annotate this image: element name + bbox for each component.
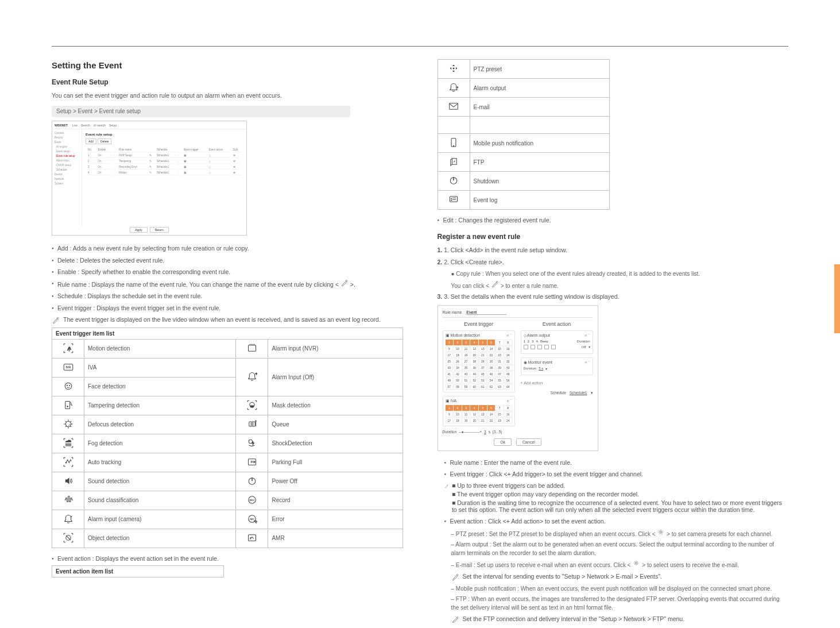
error-icon: REC [245,511,260,526]
event-log-icon [446,192,461,207]
svg-rect-22 [248,535,256,541]
add-action-button[interactable]: + Add action [521,379,593,387]
svg-rect-0 [248,345,256,351]
svg-point-3 [65,383,71,389]
step-2b: You can click < > to enter a rule name. [451,280,789,290]
bullet-schedule: Schedule : Displays the schedule set in … [52,291,403,300]
mask-detection-icon [245,398,260,413]
dialog-event-rule: Rule name Event trigger ▣ Motion detecti… [438,305,598,451]
alarm-input-nvr-icon [245,341,260,356]
email-icon [446,99,461,114]
ok-button[interactable]: Ok [494,438,512,446]
ea-ftp: – FTP : When an event occurs, the images… [451,595,789,612]
ea-ptz: – PTZ preset : Set the PTZ preset to be … [451,528,789,538]
object-detection-icon [61,530,76,545]
cancel-button[interactable]: Cancel [516,438,541,446]
parking-icon: P [245,454,260,469]
bullet-add: Add : Adds a new event rule by selecting… [52,244,403,253]
ptz-preset-icon [446,61,461,76]
record-icon: REC [245,492,260,507]
subsection-register: Register a new event rule [438,233,789,241]
shock-icon [245,436,260,450]
note-pencil-icon [444,482,448,490]
svg-point-7 [67,406,68,407]
ftp-icon [446,154,461,169]
svg-rect-28 [450,197,458,202]
iva-icon: IVA [61,360,76,375]
event-action-item-table: PTZ preset Alarm output E-mail Mobile pu… [438,59,610,210]
alarm-input-off-icon [245,369,260,384]
note-duration: ■ Duration is the waiting time to recogn… [452,499,788,513]
sound-classification-icon [61,492,76,507]
gear-icon [657,528,665,536]
step-3: 3. 3. Set the details when the event rul… [438,292,789,302]
pencil-icon [340,279,349,287]
svg-text:REC: REC [250,518,254,520]
svg-point-13 [65,462,67,463]
face-detection-icon [61,379,76,394]
pencil-icon [491,280,499,288]
bullet-event-action: Event action : Displays the event action… [52,554,403,563]
defocus-icon [61,417,76,431]
fog-icon [61,436,76,450]
breadcrumb: Setup > Event > Event rule setup [52,106,350,117]
note-email-interval: Set the interval for sending events to "… [463,573,662,580]
step-2a: ● Copy rule : When you select one of the… [451,269,789,278]
note-vary: ■ The event trigger option may vary depe… [452,491,788,498]
note-pencil-icon [451,573,459,581]
svg-point-23 [453,68,454,69]
svg-rect-24 [450,103,458,109]
li-event-trigger: Event trigger : Click <+ Add trigger> to… [444,469,789,479]
svg-text:P: P [250,460,253,464]
side-tab [834,264,840,333]
bullet-enable: Enable : Specify whether to enable the c… [52,267,403,276]
note-pencil-icon [52,316,60,324]
bullet-trigger: Event trigger : Displays the event trigg… [52,303,403,313]
step-1: 1. 1. Click <Add> in the event rule setu… [438,245,789,255]
svg-point-9 [65,421,71,426]
shutdown-icon [446,173,461,188]
sound-detection-icon [61,473,76,488]
mobile-push-icon [446,135,461,150]
svg-text:IVA: IVA [65,365,71,369]
svg-point-11 [256,421,257,422]
alarm-input-camera-icon [61,511,76,526]
svg-point-29 [660,531,662,533]
svg-point-26 [453,145,454,146]
note-ftp: Set the FTP connection and delivery inte… [463,615,685,622]
note-trigger-window: The event trigger is displayed on the li… [63,316,381,323]
note-pencil-icon [451,615,459,623]
screenshot-event-rule-setup: WISENET Live Search AI search Setup Came… [52,121,247,236]
bullet-edit: Edit : Changes the registered event rule… [438,215,789,225]
subsection-event-rule: Event Rule Setup [52,78,403,86]
svg-point-30 [636,562,637,564]
step-2: 2. 2. Click <Create rule>. [438,257,789,267]
tampering-icon [61,398,76,413]
svg-text:REC: REC [250,498,255,501]
li-rulename: Rule name : Enter the name of the event … [444,458,789,467]
bullet-delete: Delete : Deletes the selected event rule… [52,256,403,265]
motion-detection-icon [61,341,76,356]
event-trigger-item-table: Event trigger item list Motion detection… [52,328,403,548]
amr-icon [245,530,260,545]
note-up-to-3: ■ Up to three event triggers can be adde… [452,482,788,489]
li-event-action: Event action : Click <+ Add action> to s… [444,517,789,526]
event-action-item-table-partial: Event action item list [52,565,224,577]
intro-text: You can set the event trigger and action… [52,91,403,100]
rule-name-input[interactable] [466,310,506,315]
iva-ch-grid: 12345678 910111213141516 171819202122232… [446,405,512,423]
alarm-output-icon [446,80,461,95]
auto-tracking-icon [61,454,76,469]
bullet-rulename: Rule name : Displays the name of the eve… [52,279,403,289]
ea-email: – E-mail : Set up users to receive e-mai… [451,559,789,569]
power-off-icon [245,473,260,488]
motion-ch-grid: 12345678 910111213141516 171819202122232… [446,340,512,390]
queue-icon [245,417,260,431]
svg-rect-6 [65,401,69,409]
ea-mobile: – Mobile push notification : When an eve… [451,584,789,593]
breadcrumb-bar: Setup > Event > Event rule setup [52,106,350,117]
svg-point-4 [67,385,67,386]
svg-point-5 [69,385,69,386]
ea-alarm-output: – Alarm output : Set the alarm out to be… [451,540,789,557]
section-title: Setting the Event [52,60,403,70]
